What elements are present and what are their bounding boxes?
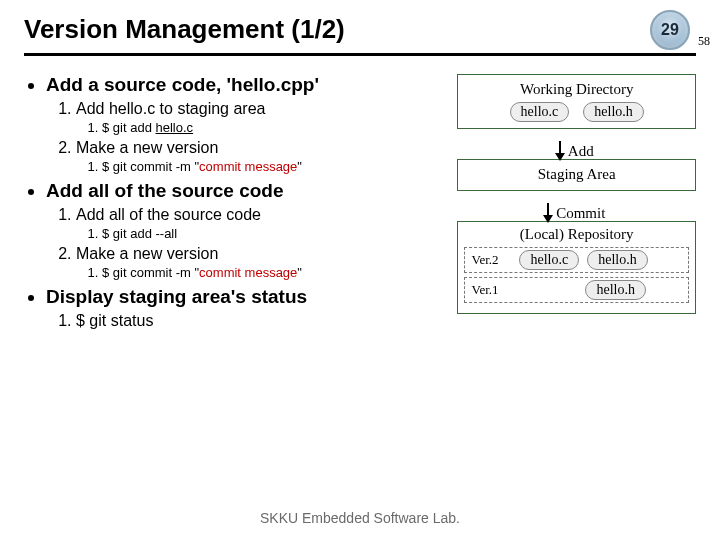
slide: 29 58 Version Management (1/2) Add a sou… xyxy=(0,0,720,540)
bullet-add-source: Add a source code, 'hello.cpp' Add hello… xyxy=(46,74,441,174)
step-text: Make a new version xyxy=(76,245,218,262)
cmd-list: $ git add --all xyxy=(76,226,441,241)
bullet-title: Add a source code, 'hello.cpp' xyxy=(46,74,319,95)
page-number: 29 xyxy=(661,21,679,39)
bullet-add-all: Add all of the source code Add all of th… xyxy=(46,180,441,280)
working-directory-box: Working Directory hello.c hello.h xyxy=(457,74,696,129)
version-name: Ver.2 xyxy=(471,252,511,268)
cmd-git-commit: $ git commit -m "commit message" xyxy=(102,159,441,174)
file-hello-h: hello.h xyxy=(587,250,648,270)
outline-column: Add a source code, 'hello.cpp' Add hello… xyxy=(24,74,441,336)
arrow-commit-label: Commit xyxy=(556,205,605,222)
step-text: Add all of the source code xyxy=(76,206,261,223)
cmd-prefix: $ git commit -m " xyxy=(102,159,199,174)
cmd-list: $ git add hello.c xyxy=(76,120,441,135)
step-make-version: Make a new version $ git commit -m "comm… xyxy=(76,245,441,280)
steps-list: Add all of the source code $ git add --a… xyxy=(46,206,441,280)
step-add-all: Add all of the source code $ git add --a… xyxy=(76,206,441,241)
cmd-commit-message: commit message xyxy=(199,265,297,280)
cmd-git-commit: $ git commit -m "commit message" xyxy=(102,265,441,280)
page-title: Version Management (1/2) xyxy=(24,14,696,45)
cmd-prefix: $ git commit -m " xyxy=(102,265,199,280)
file-hello-c: hello.c xyxy=(510,102,570,122)
cmd-arg: hello.c xyxy=(156,120,194,135)
bullet-title: Add all of the source code xyxy=(46,180,284,201)
step-text: Add hello.c to staging area xyxy=(76,100,265,117)
cmd-suffix: " xyxy=(297,265,302,280)
file-hello-h: hello.h xyxy=(583,102,644,122)
repository-box: (Local) Repository Ver.2 hello.c hello.h… xyxy=(457,221,696,314)
bullet-status: Display staging area's status $ git stat… xyxy=(46,286,441,330)
step-text: Make a new version xyxy=(76,139,218,156)
cmd-suffix: " xyxy=(297,159,302,174)
content-area: Add a source code, 'hello.cpp' Add hello… xyxy=(24,74,696,336)
page-number-badge: 29 xyxy=(650,10,690,50)
working-directory-label: Working Directory xyxy=(468,81,685,98)
cmd-git-add-file: $ git add hello.c xyxy=(102,120,441,135)
title-underline xyxy=(24,53,696,56)
file-hello-c: hello.c xyxy=(519,250,579,270)
arrow-add-row: Add xyxy=(457,131,696,159)
step-add-to-staging: Add hello.c to staging area $ git add he… xyxy=(76,100,441,135)
version-2-row: Ver.2 hello.c hello.h xyxy=(464,247,689,273)
bullet-list: Add a source code, 'hello.cpp' Add hello… xyxy=(24,74,441,330)
repository-label: (Local) Repository xyxy=(464,226,689,243)
steps-list: Add hello.c to staging area $ git add he… xyxy=(46,100,441,174)
version-name: Ver.1 xyxy=(471,282,511,298)
file-hello-h: hello.h xyxy=(585,280,646,300)
arrow-commit-row: Commit xyxy=(457,193,696,221)
cmd-git-status: $ git status xyxy=(76,312,441,330)
staging-area-box: Staging Area xyxy=(457,159,696,191)
bullet-title: Display staging area's status xyxy=(46,286,307,307)
cmd-list: $ git commit -m "commit message" xyxy=(76,265,441,280)
steps-list: $ git status xyxy=(46,312,441,330)
cmd-commit-message: commit message xyxy=(199,159,297,174)
step-make-version: Make a new version $ git commit -m "comm… xyxy=(76,139,441,174)
cmd-list: $ git commit -m "commit message" xyxy=(76,159,441,174)
footer-text: SKKU Embedded Software Lab. xyxy=(0,510,720,526)
staging-area-label: Staging Area xyxy=(468,166,685,183)
diagram-column: Working Directory hello.c hello.h Add St… xyxy=(457,74,696,336)
version-1-row: Ver.1 hello.h xyxy=(464,277,689,303)
cmd-git-add-all: $ git add --all xyxy=(102,226,441,241)
sub-page-number: 58 xyxy=(698,34,710,49)
cmd-prefix: $ git add xyxy=(102,120,156,135)
file-row: hello.c hello.h xyxy=(468,102,685,122)
arrow-add-label: Add xyxy=(568,143,594,160)
